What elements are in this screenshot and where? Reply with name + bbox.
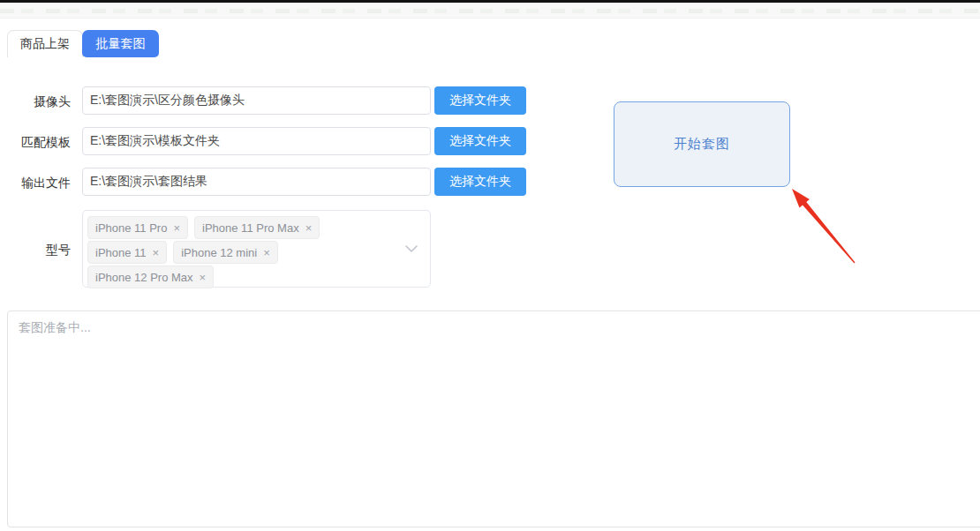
tag-row: iPhone 11 Pro × iPhone 11 Pro Max ×: [87, 216, 395, 239]
model-tag-label: iPhone 12 Pro Max: [95, 271, 193, 284]
model-tag-label: iPhone 12 mini: [181, 246, 257, 259]
remove-tag-icon[interactable]: ×: [173, 222, 180, 234]
model-tag-label: iPhone 11: [95, 246, 147, 259]
tag-row: iPhone 11 × iPhone 12 mini ×: [87, 241, 395, 264]
red-arrow-icon: [777, 179, 865, 272]
model-tag: iPhone 11 ×: [87, 241, 167, 264]
camera-label: 摄像头: [0, 94, 71, 110]
camera-path-input[interactable]: [82, 86, 431, 115]
tag-row: iPhone 12 Pro Max ×: [87, 266, 395, 288]
remove-tag-icon[interactable]: ×: [305, 222, 313, 234]
model-label: 型号: [0, 243, 71, 258]
batch-image-tool-window: 商品上架 批量套图 摄像头 选择文件夹 匹配模板 选择文件夹 输出文件 选择文件…: [0, 0, 980, 531]
camera-choose-folder-button[interactable]: 选择文件夹: [434, 86, 526, 115]
remove-tag-icon[interactable]: ×: [200, 272, 207, 283]
start-batch-button[interactable]: 开始套图: [614, 101, 790, 187]
window-title-strip: [0, 3, 980, 19]
tab-product-listing[interactable]: 商品上架: [7, 30, 83, 57]
model-tag-label: iPhone 11 Pro Max: [202, 221, 299, 235]
model-multiselect[interactable]: iPhone 11 Pro × iPhone 11 Pro Max × iPho…: [82, 210, 431, 288]
output-choose-folder-button[interactable]: 选择文件夹: [434, 168, 526, 196]
output-path-input[interactable]: [82, 168, 431, 196]
template-label: 匹配模板: [0, 135, 71, 151]
model-tag: iPhone 12 Pro Max ×: [87, 266, 214, 288]
template-path-input[interactable]: [82, 127, 431, 155]
model-tag-label: iPhone 11 Pro: [95, 221, 167, 235]
model-tag: iPhone 11 Pro ×: [87, 216, 188, 239]
remove-tag-icon[interactable]: ×: [153, 247, 160, 258]
status-log-textarea[interactable]: [7, 310, 980, 527]
output-label: 输出文件: [0, 176, 71, 191]
model-tag: iPhone 11 Pro Max ×: [194, 216, 320, 239]
model-tag: iPhone 12 mini ×: [173, 241, 278, 264]
chevron-down-icon[interactable]: [405, 244, 418, 253]
tab-bar: 商品上架 批量套图: [7, 30, 159, 57]
remove-tag-icon[interactable]: ×: [263, 247, 270, 258]
tab-batch-image[interactable]: 批量套图: [82, 30, 159, 57]
template-choose-folder-button[interactable]: 选择文件夹: [434, 127, 526, 155]
